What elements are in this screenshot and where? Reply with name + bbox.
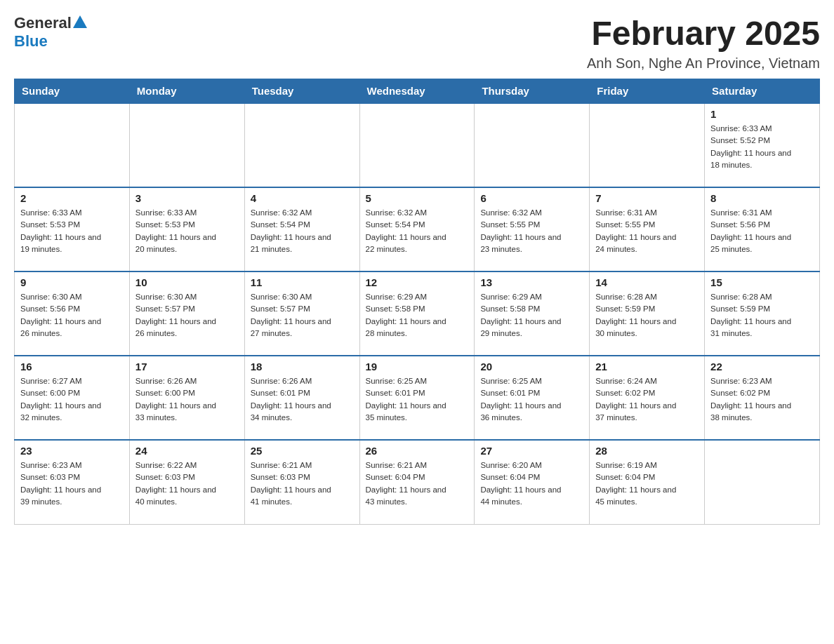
table-row (15, 103, 130, 187)
table-row (705, 440, 820, 524)
table-row: 14 Sunrise: 6:28 AMSunset: 5:59 PMDaylig… (590, 271, 705, 356)
day-info: Sunrise: 6:33 AMSunset: 5:53 PMDaylight:… (20, 207, 124, 255)
header-sunday: Sunday (15, 79, 130, 104)
header-saturday: Saturday (705, 79, 820, 104)
table-row: 10 Sunrise: 6:30 AMSunset: 5:57 PMDaylig… (129, 271, 244, 356)
table-row: 13 Sunrise: 6:29 AMSunset: 5:58 PMDaylig… (475, 271, 590, 356)
table-row: 26 Sunrise: 6:21 AMSunset: 6:04 PMDaylig… (359, 440, 475, 524)
table-row: 6 Sunrise: 6:32 AMSunset: 5:55 PMDayligh… (475, 187, 590, 271)
day-info: Sunrise: 6:26 AMSunset: 6:01 PMDaylight:… (251, 375, 354, 424)
day-info: Sunrise: 6:30 AMSunset: 5:56 PMDaylight:… (20, 291, 124, 340)
day-number: 11 (251, 276, 354, 288)
calendar-header-row: Sunday Monday Tuesday Wednesday Thursday… (15, 79, 820, 104)
day-info: Sunrise: 6:23 AMSunset: 6:03 PMDaylight:… (20, 459, 124, 508)
day-number: 14 (595, 276, 699, 288)
day-info: Sunrise: 6:29 AMSunset: 5:58 PMDaylight:… (366, 291, 469, 340)
table-row: 20 Sunrise: 6:25 AMSunset: 6:01 PMDaylig… (475, 356, 590, 440)
day-number: 7 (595, 192, 699, 204)
table-row (590, 103, 705, 187)
day-info: Sunrise: 6:32 AMSunset: 5:54 PMDaylight:… (366, 207, 469, 255)
header-friday: Friday (590, 79, 705, 104)
table-row: 5 Sunrise: 6:32 AMSunset: 5:54 PMDayligh… (359, 187, 475, 271)
calendar-week-row: 2 Sunrise: 6:33 AMSunset: 5:53 PMDayligh… (15, 187, 820, 271)
calendar-week-row: 16 Sunrise: 6:27 AMSunset: 6:00 PMDaylig… (15, 356, 820, 440)
day-info: Sunrise: 6:25 AMSunset: 6:01 PMDaylight:… (480, 375, 583, 424)
day-info: Sunrise: 6:31 AMSunset: 5:56 PMDaylight:… (710, 207, 814, 255)
header-monday: Monday (129, 79, 244, 104)
day-number: 18 (251, 361, 354, 373)
header-wednesday: Wednesday (359, 79, 475, 104)
table-row (475, 103, 590, 187)
day-number: 24 (135, 445, 239, 457)
title-area: February 2025 Anh Son, Nghe An Province,… (587, 14, 820, 72)
day-number: 21 (595, 361, 699, 373)
table-row: 17 Sunrise: 6:26 AMSunset: 6:00 PMDaylig… (129, 356, 244, 440)
month-title: February 2025 (587, 14, 820, 53)
logo-blue-text: Blue (14, 32, 48, 50)
logo: General Blue (14, 14, 87, 51)
day-number: 6 (480, 192, 583, 204)
day-info: Sunrise: 6:21 AMSunset: 6:04 PMDaylight:… (366, 459, 469, 508)
table-row: 25 Sunrise: 6:21 AMSunset: 6:03 PMDaylig… (244, 440, 359, 524)
day-info: Sunrise: 6:21 AMSunset: 6:03 PMDaylight:… (251, 459, 354, 508)
table-row: 16 Sunrise: 6:27 AMSunset: 6:00 PMDaylig… (15, 356, 130, 440)
table-row: 21 Sunrise: 6:24 AMSunset: 6:02 PMDaylig… (590, 356, 705, 440)
table-row: 27 Sunrise: 6:20 AMSunset: 6:04 PMDaylig… (475, 440, 590, 524)
day-number: 20 (480, 361, 583, 373)
day-number: 12 (366, 276, 469, 288)
day-number: 16 (20, 361, 124, 373)
day-info: Sunrise: 6:33 AMSunset: 5:53 PMDaylight:… (135, 207, 239, 255)
day-info: Sunrise: 6:33 AMSunset: 5:52 PMDaylight:… (710, 123, 814, 171)
header-tuesday: Tuesday (244, 79, 359, 104)
day-number: 15 (710, 276, 814, 288)
calendar-week-row: 9 Sunrise: 6:30 AMSunset: 5:56 PMDayligh… (15, 271, 820, 356)
day-number: 22 (710, 361, 814, 373)
logo-triangle-icon (73, 15, 87, 28)
day-number: 25 (251, 445, 354, 457)
day-number: 26 (366, 445, 469, 457)
day-info: Sunrise: 6:24 AMSunset: 6:02 PMDaylight:… (595, 375, 699, 424)
table-row: 15 Sunrise: 6:28 AMSunset: 5:59 PMDaylig… (705, 271, 820, 356)
table-row: 8 Sunrise: 6:31 AMSunset: 5:56 PMDayligh… (705, 187, 820, 271)
table-row: 11 Sunrise: 6:30 AMSunset: 5:57 PMDaylig… (244, 271, 359, 356)
table-row: 18 Sunrise: 6:26 AMSunset: 6:01 PMDaylig… (244, 356, 359, 440)
day-info: Sunrise: 6:30 AMSunset: 5:57 PMDaylight:… (135, 291, 239, 340)
day-number: 19 (366, 361, 469, 373)
table-row: 3 Sunrise: 6:33 AMSunset: 5:53 PMDayligh… (129, 187, 244, 271)
calendar-week-row: 23 Sunrise: 6:23 AMSunset: 6:03 PMDaylig… (15, 440, 820, 524)
day-number: 13 (480, 276, 583, 288)
day-info: Sunrise: 6:25 AMSunset: 6:01 PMDaylight:… (366, 375, 469, 424)
calendar-table: Sunday Monday Tuesday Wednesday Thursday… (14, 79, 820, 525)
day-number: 8 (710, 192, 814, 204)
table-row (129, 103, 244, 187)
day-info: Sunrise: 6:28 AMSunset: 5:59 PMDaylight:… (595, 291, 699, 340)
day-info: Sunrise: 6:23 AMSunset: 6:02 PMDaylight:… (710, 375, 814, 424)
table-row: 9 Sunrise: 6:30 AMSunset: 5:56 PMDayligh… (15, 271, 130, 356)
logo-general-text: General (14, 14, 72, 32)
header-thursday: Thursday (475, 79, 590, 104)
table-row: 24 Sunrise: 6:22 AMSunset: 6:03 PMDaylig… (129, 440, 244, 524)
table-row: 22 Sunrise: 6:23 AMSunset: 6:02 PMDaylig… (705, 356, 820, 440)
day-info: Sunrise: 6:29 AMSunset: 5:58 PMDaylight:… (480, 291, 583, 340)
day-number: 2 (20, 192, 124, 204)
table-row (359, 103, 475, 187)
day-info: Sunrise: 6:31 AMSunset: 5:55 PMDaylight:… (595, 207, 699, 255)
day-number: 5 (366, 192, 469, 204)
day-info: Sunrise: 6:19 AMSunset: 6:04 PMDaylight:… (595, 459, 699, 508)
day-info: Sunrise: 6:30 AMSunset: 5:57 PMDaylight:… (251, 291, 354, 340)
day-number: 10 (135, 276, 239, 288)
table-row: 2 Sunrise: 6:33 AMSunset: 5:53 PMDayligh… (15, 187, 130, 271)
calendar-week-row: 1 Sunrise: 6:33 AMSunset: 5:52 PMDayligh… (15, 103, 820, 187)
day-number: 4 (251, 192, 354, 204)
table-row: 4 Sunrise: 6:32 AMSunset: 5:54 PMDayligh… (244, 187, 359, 271)
day-info: Sunrise: 6:26 AMSunset: 6:00 PMDaylight:… (135, 375, 239, 424)
day-number: 28 (595, 445, 699, 457)
table-row: 7 Sunrise: 6:31 AMSunset: 5:55 PMDayligh… (590, 187, 705, 271)
day-number: 9 (20, 276, 124, 288)
day-number: 23 (20, 445, 124, 457)
table-row: 23 Sunrise: 6:23 AMSunset: 6:03 PMDaylig… (15, 440, 130, 524)
location-title: Anh Son, Nghe An Province, Vietnam (587, 55, 820, 72)
day-info: Sunrise: 6:28 AMSunset: 5:59 PMDaylight:… (710, 291, 814, 340)
table-row: 1 Sunrise: 6:33 AMSunset: 5:52 PMDayligh… (705, 103, 820, 187)
table-row: 28 Sunrise: 6:19 AMSunset: 6:04 PMDaylig… (590, 440, 705, 524)
